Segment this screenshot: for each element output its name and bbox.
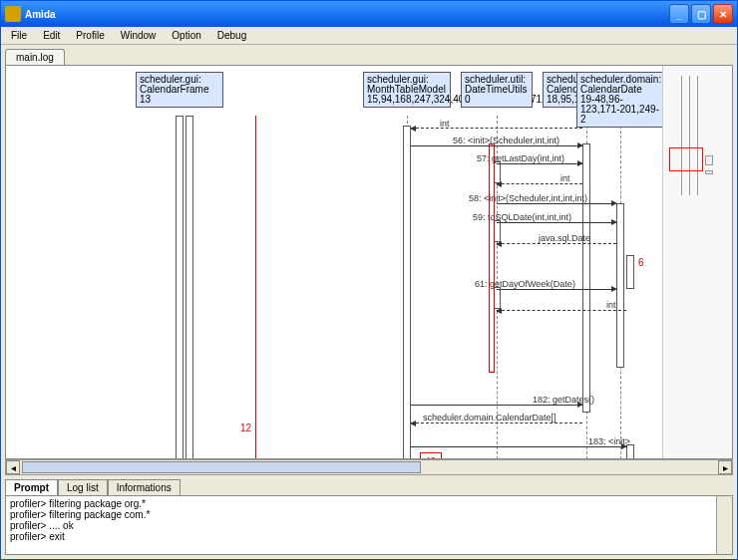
activation[interactable]: [616, 203, 624, 368]
tab-loglist[interactable]: Log list: [58, 479, 108, 495]
msg-61-label: 61: getDayOfWeek(Date): [475, 279, 575, 289]
activation[interactable]: [176, 116, 184, 458]
console-vertical-scrollbar[interactable]: [716, 496, 732, 554]
ret-int2-label: int: [560, 173, 570, 183]
activation[interactable]: [582, 143, 590, 413]
lifeline-ids: 0: [465, 95, 529, 105]
activation[interactable]: [185, 116, 193, 458]
console-line: profiler> filtering package com.*: [10, 509, 728, 520]
msg-56-label: 56: <init>(Scheduler,int,int): [453, 136, 559, 145]
lifeline-ids: 15,94,168,247,324,402,479,557,635,712,79…: [367, 95, 447, 105]
msg-59-label: 59: toSQLDate(int,int,int): [473, 212, 571, 222]
menu-profile[interactable]: Profile: [68, 28, 112, 43]
ret-sqldate: [497, 243, 616, 244]
lifeline-datetimeutils[interactable]: scheduler.util: DateTimeUtils 0: [461, 72, 533, 108]
menu-option[interactable]: Option: [164, 28, 208, 43]
msg-57-label: 57: getLastDay(int,int): [477, 153, 564, 163]
bottom-tabs: Prompt Log list Informations: [5, 479, 733, 495]
lifeline-cls: DateTimeUtils: [465, 85, 529, 95]
lifeline-ids: 13: [140, 95, 219, 105]
overview-viewport[interactable]: [669, 147, 703, 171]
sequence-diagram[interactable]: scheduler.gui: CalendarFrame 13 schedule…: [6, 66, 662, 458]
ret-int-label: int: [440, 119, 450, 129]
console-output[interactable]: profiler> filtering package org.* profil…: [5, 495, 733, 555]
activation[interactable]: [403, 126, 411, 458]
menu-debug[interactable]: Debug: [209, 28, 254, 43]
msg-182-label: 182: getDates(): [533, 395, 594, 405]
ret-int: [411, 128, 582, 129]
msg-58-label: 58: <init>(Scheduler,int,int,int): [469, 193, 587, 203]
activation[interactable]: [626, 444, 634, 458]
tab-prompt[interactable]: Prompt: [5, 479, 58, 495]
lifeline-calendarframe[interactable]: scheduler.gui: CalendarFrame 13: [136, 72, 223, 108]
console-line: profiler> exit: [10, 531, 728, 542]
ret-int3-label: int: [606, 300, 616, 310]
activation[interactable]: [626, 255, 634, 289]
document-tabs: main.log: [1, 45, 737, 65]
ret-int2: [497, 183, 582, 184]
msg-183[interactable]: [411, 446, 626, 447]
msg-59[interactable]: [497, 222, 616, 223]
lifeline-monthtablemodel[interactable]: scheduler.gui: MonthTableModel 15,94,168…: [363, 72, 451, 108]
ret-sqldate-label: java.sql.Date: [539, 233, 590, 243]
red-lifeline: [255, 116, 256, 458]
msg-57[interactable]: [497, 163, 582, 164]
console-line: profiler> filtering package org.*: [10, 498, 728, 509]
window-title: Amida: [25, 9, 669, 20]
overview-element: [689, 76, 690, 195]
menu-window[interactable]: Window: [113, 28, 165, 43]
lifeline-calendardate[interactable]: scheduler.domain: CalendarDate 19-48,96-…: [576, 72, 662, 128]
menu-file[interactable]: File: [3, 28, 35, 43]
msg-58[interactable]: [497, 203, 616, 204]
red-activation: [489, 143, 495, 373]
lifeline-ids: 19-48,96-123,171-201,249-2: [580, 95, 660, 125]
close-button[interactable]: ✕: [713, 4, 733, 24]
red-label-42: 42: [425, 456, 436, 458]
overview-element: [705, 170, 713, 174]
msg-56[interactable]: [411, 145, 582, 146]
horizontal-scrollbar[interactable]: ◂ ▸: [5, 459, 733, 475]
msg-183-label: 183: <init>: [588, 436, 630, 446]
msg-61[interactable]: [497, 289, 616, 290]
scroll-right-icon[interactable]: ▸: [718, 460, 732, 474]
overview-element: [697, 76, 698, 195]
ret-int3: [497, 310, 626, 311]
overview-element: [681, 76, 682, 195]
minimize-button[interactable]: _: [669, 4, 689, 24]
ret-arr-label: scheduler.domain.CalendarDate[]: [423, 413, 556, 422]
main-area: scheduler.gui: CalendarFrame 13 schedule…: [5, 65, 733, 459]
app-icon: [5, 6, 21, 22]
console-line: profiler> .... ok: [10, 520, 728, 531]
scroll-left-icon[interactable]: ◂: [6, 460, 20, 474]
maximize-button[interactable]: ▢: [691, 4, 711, 24]
overview-element: [705, 155, 713, 165]
tab-main-log[interactable]: main.log: [5, 49, 65, 65]
menubar: File Edit Profile Window Option Debug: [1, 27, 737, 45]
red-label-12: 12: [240, 422, 251, 433]
app-window: Amida _ ▢ ✕ File Edit Profile Window Opt…: [0, 0, 738, 560]
menu-edit[interactable]: Edit: [35, 28, 68, 43]
overview-pane[interactable]: [662, 66, 732, 458]
titlebar[interactable]: Amida _ ▢ ✕: [1, 1, 737, 27]
tab-informations[interactable]: Informations: [108, 479, 181, 495]
lifeline-cls: CalendarFrame: [140, 85, 219, 95]
red-label-6: 6: [638, 257, 644, 268]
scroll-thumb[interactable]: [22, 461, 421, 473]
bottom-panel: Prompt Log list Informations profiler> f…: [5, 479, 733, 555]
msg-182[interactable]: [411, 405, 582, 406]
ret-arr: [411, 422, 582, 423]
